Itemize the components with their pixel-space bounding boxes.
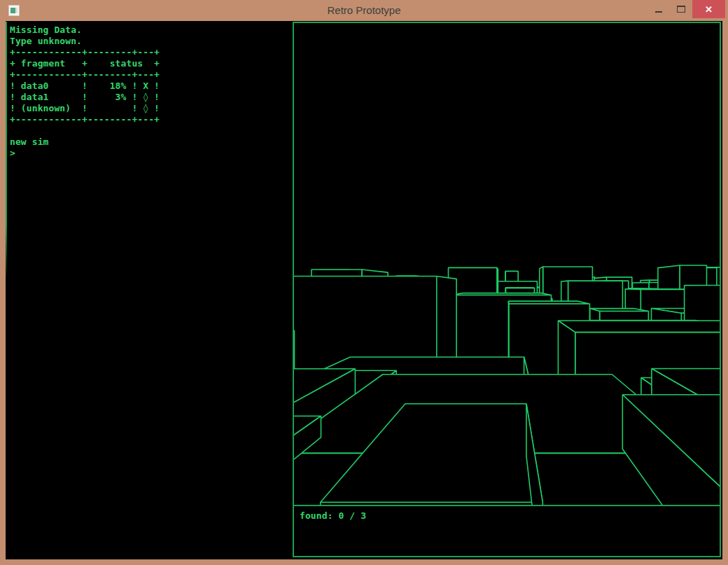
app-window: Retro Prototype ✕ Missing Data. Type unk… xyxy=(0,0,728,565)
minimize-icon xyxy=(655,11,662,13)
titlebar[interactable]: Retro Prototype ✕ xyxy=(0,0,728,21)
terminal-left-border xyxy=(6,22,7,281)
terminal-panel[interactable]: Missing Data. Type unknown. +-----------… xyxy=(10,25,290,159)
maximize-button[interactable] xyxy=(670,0,692,18)
window-title: Retro Prototype xyxy=(0,4,728,16)
wireframe-city-svg xyxy=(294,23,720,505)
terminal-intro: Missing Data. Type unknown. xyxy=(10,25,290,47)
found-counter: found: 0 / 3 xyxy=(300,510,366,522)
client-area: Missing Data. Type unknown. +-----------… xyxy=(6,21,722,559)
terminal-prompt[interactable]: > xyxy=(10,148,290,159)
window-controls: ✕ xyxy=(648,0,725,18)
terminal-table: +------------+--------+---+ + fragment +… xyxy=(10,47,290,125)
status-bar: found: 0 / 3 xyxy=(294,506,720,556)
close-button[interactable]: ✕ xyxy=(692,0,725,18)
minimize-button[interactable] xyxy=(648,0,670,18)
close-icon: ✕ xyxy=(705,5,713,14)
viewport-panel: found: 0 / 3 xyxy=(293,22,721,557)
scene-3d[interactable] xyxy=(294,23,720,506)
maximize-icon xyxy=(677,6,685,13)
terminal-command-echo: new sim xyxy=(10,137,290,148)
